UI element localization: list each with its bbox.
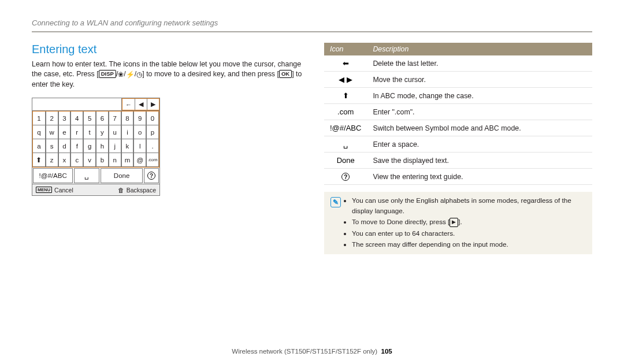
key-w[interactable]: w [46,125,58,139]
key-u[interactable]: u [109,125,121,139]
key-9[interactable]: 9 [133,112,146,125]
key-done[interactable]: Done [101,168,143,183]
key-i[interactable]: i [121,125,134,139]
key-4[interactable]: 4 [70,112,83,125]
intro-paragraph: Learn how to enter text. The icons in th… [32,60,304,90]
key-n[interactable]: n [109,153,121,167]
key-f[interactable]: f [70,139,83,153]
key-space[interactable]: ␣ [74,168,99,183]
onscreen-keyboard: ← ◀ ▶ 1 2 3 4 5 6 7 8 9 [32,98,160,196]
desc-dotcom: Enter ".com". [367,104,592,120]
desc-symabc: Switch between Symbol mode and ABC mode. [367,120,592,136]
backspace-key[interactable]: ← [122,99,135,110]
key-e[interactable]: e [58,125,71,139]
keyboard-row-4: ⬆ z x c v b n m @ .com [33,153,159,167]
play-key-icon: ▶ [450,218,458,227]
note-box: ✎ You can use only the English alphabets… [324,192,592,254]
key-o[interactable]: o [133,125,146,139]
key-symbol-mode[interactable]: !@#/ABC [33,168,73,183]
ok-key-icon: OK [279,70,292,78]
key-h[interactable]: h [96,139,109,153]
cursor-right-key[interactable]: ▶ [147,99,159,110]
desc-done: Save the displayed text. [367,153,592,169]
footer-backspace: 🗑 Backspace [114,184,159,195]
key-1[interactable]: 1 [33,112,46,125]
key-period[interactable]: . [146,139,159,153]
desc-help: View the entering text guide. [367,169,592,185]
space-icon: ␣ [324,136,367,153]
note-badge: ✎ [328,195,344,251]
key-6[interactable]: 6 [96,112,109,125]
backspace-arrow-icon: ⬅ [324,55,367,72]
key-0[interactable]: 0 [146,112,159,125]
key-q[interactable]: q [33,125,46,139]
key-t[interactable]: t [83,125,96,139]
desc-space: Enter a space. [367,136,592,153]
key-v[interactable]: v [83,153,96,167]
note-item-1: You can use only the English alphabets i… [352,195,586,216]
macro-icon: ❀ [118,70,124,80]
done-icon: Done [324,153,367,169]
note2-b: directly, press [ [403,218,450,225]
trash-icon: 🗑 [118,187,124,194]
note-item-4: The screen may differ depending on the i… [352,239,586,250]
keyboard-row-3: a s d f g h j k l . [33,139,159,153]
keyboard-bottom-row: !@#/ABC ␣ Done ? [32,168,159,184]
key-dotcom[interactable]: .com [146,153,159,167]
keyboard-row-2: q w e r t y u i o p [33,125,159,139]
key-m[interactable]: m [121,153,134,167]
shift-arrow-icon: ⬆ [324,88,367,104]
key-a[interactable]: a [33,139,46,153]
dotcom-icon: .com [324,104,367,120]
intro-text-2: ] to move to a desired key, and then pre… [142,70,279,78]
key-p[interactable]: p [146,125,159,139]
keyboard-row-1: 1 2 3 4 5 6 7 8 9 0 [33,112,159,125]
key-b[interactable]: b [96,153,109,167]
footer-cancel: MENU Cancel [32,184,114,195]
icon-description-table: Icon Description ⬅ Delete the last lette… [324,43,592,185]
keyboard-footer: MENU Cancel 🗑 Backspace [32,184,159,195]
table-row: ⬅ Delete the last letter. [324,55,592,72]
key-7[interactable]: 7 [109,112,121,125]
note2-done-word: Done [387,218,403,225]
table-row: .com Enter ".com". [324,104,592,120]
timer-icon: ◷ [136,70,142,80]
key-j[interactable]: j [109,139,121,153]
key-2[interactable]: 2 [46,112,58,125]
menu-key-icon: MENU [36,187,52,193]
key-help[interactable]: ? [144,168,159,183]
table-row: Done Save the displayed text. [324,153,592,169]
disp-key-icon: DISP [99,70,116,78]
cancel-label: Cancel [54,187,73,194]
page-footer: Wireless network (ST150F/ST151F/ST152F o… [0,348,624,355]
left-right-arrows-icon: ◀ ▶ [324,72,367,88]
key-s[interactable]: s [46,139,58,153]
note2-a: To move to [352,218,387,225]
key-r[interactable]: r [70,125,83,139]
key-l[interactable]: l [133,139,146,153]
backspace-label: Backspace [127,187,156,194]
breadcrumb-header: Connecting to a WLAN and configuring net… [32,18,592,32]
key-d[interactable]: d [58,139,71,153]
key-z[interactable]: z [46,153,58,167]
key-8[interactable]: 8 [121,112,134,125]
note2-c: ]. [458,218,462,225]
help-circle-icon: ? [324,169,367,185]
keyboard-text-field[interactable] [32,98,122,110]
key-k[interactable]: k [121,139,134,153]
left-column: Entering text Learn how to enter text. T… [32,43,304,254]
key-shift[interactable]: ⬆ [33,153,46,167]
key-g[interactable]: g [83,139,96,153]
key-c[interactable]: c [70,153,83,167]
note-item-3: You can enter up to 64 characters. [352,228,586,239]
table-row: ? View the entering text guide. [324,169,592,185]
cursor-left-key[interactable]: ◀ [135,99,147,110]
help-icon: ? [147,172,155,180]
key-y[interactable]: y [96,125,109,139]
flash-icon: ⚡ [126,70,135,80]
key-5[interactable]: 5 [83,112,96,125]
key-x[interactable]: x [58,153,71,167]
key-3[interactable]: 3 [58,112,71,125]
table-row: ␣ Enter a space. [324,136,592,153]
key-at[interactable]: @ [133,153,146,167]
